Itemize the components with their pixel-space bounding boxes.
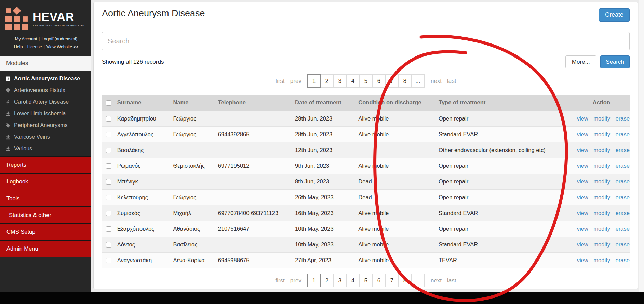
page-button[interactable]: 5 bbox=[359, 74, 373, 88]
row-checkbox[interactable] bbox=[106, 148, 111, 153]
page-button[interactable]: 8 bbox=[398, 274, 412, 287]
page-button[interactable]: 8 bbox=[398, 74, 412, 88]
pagination-next[interactable]: next bbox=[431, 277, 442, 284]
modify-link[interactable]: modify bbox=[593, 147, 610, 153]
sidebar-item-carotid-artery-disease[interactable]: Carotid Artery Disease bbox=[0, 96, 91, 108]
erase-link[interactable]: erase bbox=[616, 210, 630, 216]
row-checkbox[interactable] bbox=[106, 242, 111, 248]
erase-link[interactable]: erase bbox=[616, 257, 630, 263]
page-button[interactable]: 1 bbox=[307, 274, 321, 287]
page-button[interactable]: 2 bbox=[320, 74, 334, 88]
brand: HEVAR THE HELLENIC VASCULAR REGISTRY bbox=[0, 0, 91, 35]
page-button[interactable]: 7 bbox=[385, 74, 399, 88]
erase-link[interactable]: erase bbox=[616, 131, 630, 137]
search-button[interactable]: Search bbox=[600, 55, 630, 68]
view-link[interactable]: view bbox=[577, 163, 588, 169]
sort-surname-header[interactable]: Surname bbox=[117, 99, 142, 105]
erase-link[interactable]: erase bbox=[616, 178, 630, 185]
modify-link[interactable]: modify bbox=[593, 131, 610, 137]
table-row: Κελεπούρης Γεώργιος 26th May, 2023 Dead … bbox=[102, 189, 630, 205]
scrollbar[interactable] bbox=[639, 0, 644, 292]
modify-link[interactable]: modify bbox=[593, 210, 610, 216]
sidebar-item-arteriovenous-fistula[interactable]: Arteriovenous Fistula bbox=[0, 85, 91, 96]
sidebar-item-aortic-aneurysm-disease[interactable]: Aortic Aneurysm Disease bbox=[0, 73, 91, 85]
erase-link[interactable]: erase bbox=[616, 194, 630, 200]
sidebar-item-cms-setup[interactable]: CMS Setup bbox=[0, 224, 91, 241]
sidebar-item-peripheral-aneurysms[interactable]: Peripheral Aneurysms bbox=[0, 119, 91, 131]
sidebar-item-tools[interactable]: Tools bbox=[0, 190, 91, 207]
help-link[interactable]: Help bbox=[14, 45, 23, 49]
view-website-link[interactable]: View Website >> bbox=[46, 45, 78, 49]
pagination-first[interactable]: first bbox=[275, 78, 284, 85]
erase-link[interactable]: erase bbox=[616, 163, 630, 169]
name-cell: Αθανάσιος bbox=[173, 221, 218, 237]
sort-name-header[interactable]: Name bbox=[173, 99, 188, 105]
modify-link[interactable]: modify bbox=[593, 241, 610, 248]
pagination-last[interactable]: last bbox=[447, 277, 456, 284]
row-checkbox[interactable] bbox=[106, 258, 111, 263]
sort-telephone-header[interactable]: Telephone bbox=[218, 99, 246, 105]
sidebar-item-various[interactable]: Various bbox=[0, 143, 91, 154]
modify-link[interactable]: modify bbox=[593, 178, 610, 185]
row-checkbox[interactable] bbox=[106, 211, 111, 216]
modify-link[interactable]: modify bbox=[593, 226, 610, 232]
view-link[interactable]: view bbox=[577, 115, 588, 122]
sort-condition-header[interactable]: Condition on discharge bbox=[358, 99, 421, 105]
view-link[interactable]: view bbox=[577, 178, 588, 185]
sidebar-item-statistics-other[interactable]: Statistics & other bbox=[0, 207, 91, 224]
license-link[interactable]: License bbox=[27, 45, 42, 49]
page-button[interactable]: 1 bbox=[307, 74, 321, 88]
sort-type-header[interactable]: Type of treatment bbox=[439, 99, 485, 105]
view-link[interactable]: view bbox=[577, 257, 588, 263]
page-button[interactable]: 7 bbox=[385, 274, 399, 287]
row-checkbox[interactable] bbox=[106, 132, 111, 137]
page-button[interactable]: 4 bbox=[346, 74, 360, 88]
view-link[interactable]: view bbox=[577, 241, 588, 248]
my-account-link[interactable]: My Account bbox=[15, 37, 37, 41]
row-checkbox[interactable] bbox=[106, 226, 111, 232]
pagination-prev[interactable]: prev bbox=[290, 277, 301, 284]
modify-link[interactable]: modify bbox=[593, 257, 610, 263]
view-link[interactable]: view bbox=[577, 194, 588, 200]
select-all-checkbox[interactable] bbox=[106, 100, 111, 106]
pagination-first[interactable]: first bbox=[275, 277, 284, 284]
modify-link[interactable]: modify bbox=[593, 115, 610, 122]
erase-link[interactable]: erase bbox=[616, 147, 630, 153]
row-checkbox[interactable] bbox=[106, 116, 111, 122]
pagination-last[interactable]: last bbox=[447, 78, 456, 85]
logoff-link[interactable]: Logoff (andreasml) bbox=[42, 37, 78, 41]
search-input[interactable] bbox=[102, 32, 630, 50]
page-button[interactable]: ... bbox=[411, 274, 425, 287]
page-button[interactable]: 3 bbox=[333, 274, 347, 287]
sidebar-item-varicose-veins[interactable]: Varicose Veins bbox=[0, 131, 91, 143]
sidebar-item-admin-menu[interactable]: Admin Menu bbox=[0, 241, 91, 257]
row-checkbox[interactable] bbox=[106, 179, 111, 185]
sidebar-item-logbook[interactable]: Logbook bbox=[0, 174, 91, 190]
erase-link[interactable]: erase bbox=[616, 115, 630, 122]
pagination-next[interactable]: next bbox=[431, 78, 442, 85]
page-button[interactable]: 5 bbox=[359, 274, 373, 287]
view-link[interactable]: view bbox=[577, 226, 588, 232]
page-button[interactable]: 2 bbox=[320, 274, 334, 287]
name-cell: Γεώργιος bbox=[173, 189, 218, 205]
modify-link[interactable]: modify bbox=[593, 163, 610, 169]
erase-link[interactable]: erase bbox=[616, 226, 630, 232]
page-button[interactable]: ... bbox=[411, 74, 425, 88]
page-button[interactable]: 6 bbox=[372, 74, 386, 88]
page-button[interactable]: 4 bbox=[346, 274, 360, 287]
pagination-prev[interactable]: prev bbox=[290, 78, 301, 85]
erase-link[interactable]: erase bbox=[616, 241, 630, 248]
page-button[interactable]: 3 bbox=[333, 74, 347, 88]
page-button[interactable]: 6 bbox=[372, 274, 386, 287]
more-button[interactable]: More... bbox=[565, 55, 596, 68]
view-link[interactable]: view bbox=[577, 210, 588, 216]
view-link[interactable]: view bbox=[577, 131, 588, 137]
sort-date-header[interactable]: Date of treatment bbox=[295, 99, 341, 105]
view-link[interactable]: view bbox=[577, 147, 588, 153]
sidebar-item-lower-limb-ischemia[interactable]: Lower Limb Ischemia bbox=[0, 108, 91, 119]
row-checkbox[interactable] bbox=[106, 195, 111, 200]
sidebar-item-reports[interactable]: Reports bbox=[0, 156, 91, 174]
row-checkbox[interactable] bbox=[106, 163, 111, 169]
create-button[interactable]: Create bbox=[599, 8, 630, 22]
modify-link[interactable]: modify bbox=[593, 194, 610, 200]
